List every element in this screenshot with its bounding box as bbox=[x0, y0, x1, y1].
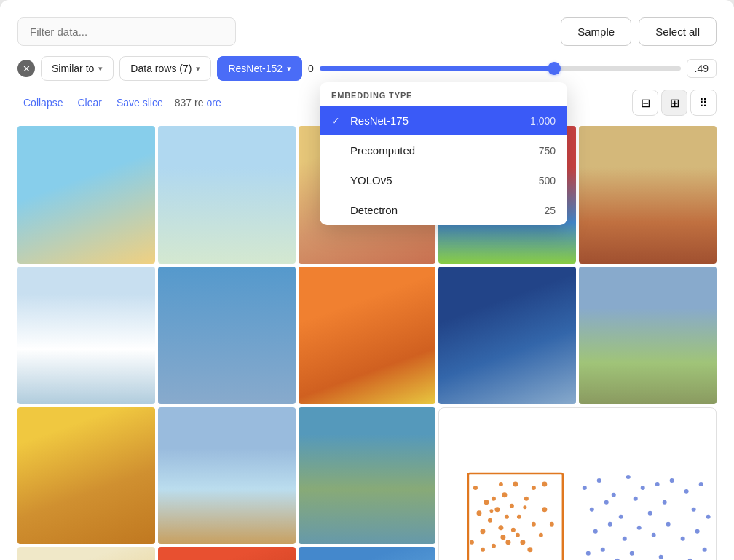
data-rows-select[interactable]: Data rows (7) ▾ bbox=[119, 56, 211, 81]
svg-point-21 bbox=[532, 486, 536, 490]
dropdown-item-detectron[interactable]: Detectron 25 bbox=[320, 195, 567, 225]
svg-point-25 bbox=[528, 547, 533, 552]
collapse-link[interactable]: Collapse bbox=[17, 94, 68, 111]
dropdown-item-precomputed[interactable]: Precomputed 750 bbox=[320, 135, 567, 165]
image-cell-7[interactable] bbox=[158, 267, 296, 404]
svg-point-11 bbox=[481, 529, 486, 534]
svg-point-10 bbox=[524, 496, 529, 500]
svg-point-4 bbox=[488, 518, 492, 522]
dropdown-item-precomputed-count: 750 bbox=[539, 145, 556, 157]
svg-point-18 bbox=[539, 532, 543, 537]
scatter-view-button[interactable]: ⠿ bbox=[690, 90, 717, 116]
result-count: 837 re bbox=[175, 97, 204, 109]
svg-point-37 bbox=[641, 486, 645, 490]
image-cell-9[interactable] bbox=[438, 267, 576, 404]
svg-point-26 bbox=[550, 521, 554, 526]
svg-point-30 bbox=[524, 505, 527, 509]
svg-point-53 bbox=[652, 532, 656, 537]
image-cell-8[interactable] bbox=[299, 267, 436, 404]
image-cell-5[interactable] bbox=[579, 126, 717, 264]
svg-point-32 bbox=[516, 532, 520, 537]
svg-point-42 bbox=[619, 514, 623, 518]
svg-point-3 bbox=[495, 507, 500, 512]
similar-to-label: Similar to bbox=[52, 63, 94, 74]
data-rows-chevron-icon: ▾ bbox=[196, 64, 200, 74]
svg-point-36 bbox=[626, 475, 631, 479]
grid-view-button[interactable]: ⊞ bbox=[661, 90, 687, 116]
data-rows-label: Data rows (7) bbox=[130, 63, 192, 74]
dropdown-item-resnet175-count: 1,000 bbox=[530, 115, 556, 127]
svg-point-55 bbox=[681, 536, 685, 540]
svg-point-49 bbox=[593, 529, 598, 533]
svg-point-9 bbox=[477, 510, 482, 516]
image-cell-10[interactable] bbox=[579, 267, 717, 404]
svg-point-24 bbox=[470, 540, 474, 544]
svg-point-16 bbox=[473, 486, 478, 490]
clear-link[interactable]: Clear bbox=[71, 94, 107, 111]
svg-point-31 bbox=[505, 514, 509, 518]
dropdown-item-resnet175-label: ResNet-175 bbox=[350, 114, 409, 127]
svg-point-41 bbox=[604, 500, 609, 504]
svg-point-22 bbox=[499, 482, 503, 486]
svg-point-51 bbox=[623, 536, 627, 540]
image-cell-16[interactable] bbox=[299, 547, 436, 560]
image-cell-13[interactable] bbox=[299, 407, 436, 545]
svg-point-23 bbox=[542, 481, 548, 486]
image-cell-15[interactable] bbox=[158, 547, 296, 560]
image-cell-14[interactable] bbox=[17, 547, 155, 560]
sample-button[interactable]: Sample bbox=[561, 17, 631, 46]
close-filter-button[interactable]: ✕ bbox=[17, 60, 35, 77]
svg-point-39 bbox=[670, 478, 674, 483]
filter-options-button[interactable]: ⊟ bbox=[632, 90, 658, 116]
embedding-chevron-icon: ▾ bbox=[287, 64, 291, 74]
svg-point-56 bbox=[695, 529, 700, 533]
svg-point-35 bbox=[612, 492, 616, 497]
slider-thumb[interactable] bbox=[548, 62, 561, 75]
similarity-slider[interactable] bbox=[320, 66, 681, 71]
image-cell-1[interactable] bbox=[17, 126, 155, 264]
svg-point-54 bbox=[666, 521, 671, 526]
svg-point-48 bbox=[692, 507, 696, 511]
dropdown-item-resnet175[interactable]: ✓ ResNet-175 1,000 bbox=[320, 106, 567, 135]
grid-icon: ⊞ bbox=[670, 96, 679, 110]
svg-point-47 bbox=[699, 482, 703, 486]
svg-point-19 bbox=[481, 547, 485, 551]
svg-point-27 bbox=[501, 535, 506, 540]
image-cell-2[interactable] bbox=[158, 126, 296, 264]
image-cell-6[interactable] bbox=[17, 267, 155, 404]
svg-point-45 bbox=[663, 500, 667, 504]
svg-point-8 bbox=[517, 514, 521, 518]
svg-point-5 bbox=[502, 492, 508, 497]
svg-point-14 bbox=[492, 543, 496, 548]
dropdown-item-yolov5[interactable]: YOLOv5 500 bbox=[320, 165, 567, 195]
dropdown-item-detectron-count: 25 bbox=[544, 205, 556, 216]
similarity-slider-section: 0 .49 bbox=[308, 59, 717, 78]
svg-point-66 bbox=[703, 547, 707, 551]
similar-to-chevron-icon: ▾ bbox=[98, 64, 103, 74]
save-slice-link[interactable]: Save slice bbox=[111, 94, 169, 111]
svg-point-38 bbox=[655, 482, 660, 486]
svg-point-13 bbox=[506, 540, 511, 545]
svg-point-34 bbox=[597, 478, 601, 483]
close-icon: ✕ bbox=[23, 63, 31, 74]
filter-options-icon: ⊟ bbox=[641, 96, 650, 110]
embedding-label: ResNet-152 bbox=[228, 63, 283, 74]
svg-point-33 bbox=[583, 486, 587, 490]
svg-point-63 bbox=[659, 554, 663, 559]
svg-point-12 bbox=[532, 521, 536, 526]
top-bar: Sample Select all bbox=[17, 17, 717, 46]
svg-point-7 bbox=[499, 525, 504, 530]
similar-to-select[interactable]: Similar to ▾ bbox=[41, 56, 114, 81]
app-window: Sample Select all ✕ Similar to ▾ Data ro… bbox=[0, 0, 734, 560]
image-cell-11[interactable] bbox=[17, 407, 155, 545]
select-all-button[interactable]: Select all bbox=[639, 17, 717, 46]
filter-input[interactable] bbox=[17, 17, 236, 46]
svg-point-17 bbox=[542, 507, 548, 512]
svg-point-15 bbox=[521, 540, 526, 545]
embedding-type-select[interactable]: ResNet-152 ▾ bbox=[217, 56, 302, 81]
check-icon: ✓ bbox=[331, 115, 344, 127]
image-cell-12[interactable] bbox=[158, 407, 296, 545]
more-link[interactable]: ore bbox=[206, 97, 221, 109]
svg-point-46 bbox=[684, 489, 689, 494]
scatter-plot[interactable] bbox=[438, 407, 717, 560]
